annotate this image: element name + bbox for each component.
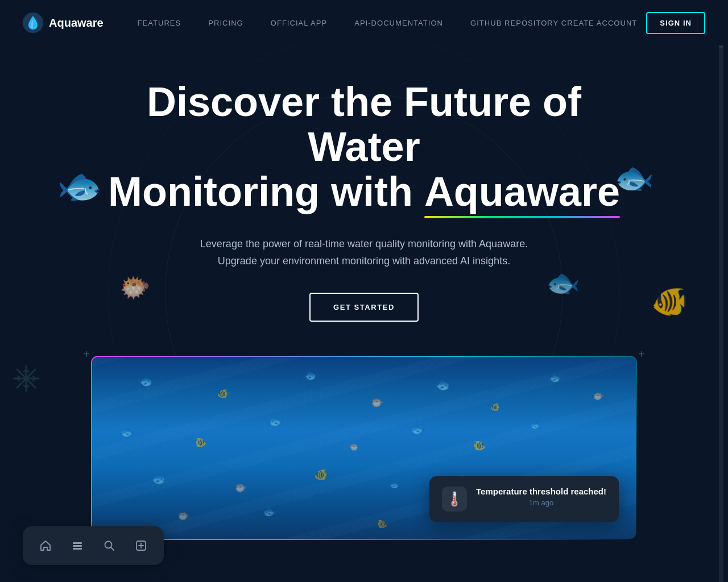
underwater-fish-13: 🐟: [411, 422, 425, 436]
hero-title: Discover the Future of WaterMonitoring w…: [108, 80, 620, 218]
hero-subtitle: Leverage the power of real-time water qu…: [165, 235, 563, 270]
home-icon: [39, 539, 52, 552]
add-icon: [135, 539, 147, 552]
underwater-fish-18: 🐠: [314, 468, 328, 481]
underwater-fish-23: 🐟: [263, 505, 277, 518]
navbar: Aquaware FEATURES PRICING OFFICIAL APP A…: [0, 0, 728, 45]
nav-link-api-docs[interactable]: API-DOCUMENTATION: [354, 19, 443, 27]
notification-icon: 🌡️: [442, 487, 467, 512]
bottom-toolbar: [23, 526, 164, 565]
fish-top-left-icon: 🐟: [57, 165, 102, 207]
underwater-fish-7: 🐟: [547, 371, 561, 384]
preview-card: 🐟 🐠 🐟 🐡 🐟 🐠 🐟 🐡 🐟 🐠 🐟 🐡 🐟 🐠 🐟 🐟 🐡 🐠 🐟: [91, 356, 637, 540]
toolbar-home-button[interactable]: [34, 534, 57, 557]
svg-rect-2: [73, 542, 82, 544]
fish-far-right-icon: 🐠: [651, 284, 688, 319]
nav-logo[interactable]: Aquaware: [23, 13, 104, 33]
fish-mid-left-icon: 🐡: [119, 273, 151, 302]
logo-icon: [23, 13, 43, 33]
svg-point-1: [24, 376, 28, 381]
thermometer-icon: 🌡️: [446, 491, 463, 507]
nav-actions: CREATE ACCOUNT SIGN IN: [561, 12, 705, 34]
brand-name: Aquaware: [49, 16, 104, 30]
nav-link-official-app[interactable]: OFFICIAL APP: [271, 19, 327, 27]
underwater-fish-22: 🐡: [177, 510, 189, 522]
fish-mid-right-icon: 🐟: [546, 267, 580, 299]
nav-link-pricing[interactable]: PRICING: [208, 19, 243, 27]
underwater-fish-15: 🐟: [530, 419, 541, 430]
toolbar-list-button[interactable]: [66, 534, 89, 557]
preview-image: 🐟 🐠 🐟 🐡 🐟 🐠 🐟 🐡 🐟 🐠 🐟 🐡 🐟 🐠 🐟 🐟 🐡 🐠 🐟: [92, 357, 636, 539]
hero-section: 🐟 🐟 🐡 🐟 🐠 Discover the Future of WaterMo…: [0, 45, 728, 540]
toolbar-add-button[interactable]: [130, 534, 152, 557]
snowflake-icon: [11, 364, 41, 400]
underwater-fish-12: 🐡: [348, 442, 359, 452]
underwater-fish-5: 🐟: [433, 377, 450, 393]
underwater-fish-19: 🐟: [388, 479, 399, 490]
underwater-fish-4: 🐡: [371, 397, 383, 409]
create-account-link[interactable]: CREATE ACCOUNT: [561, 19, 638, 27]
underwater-fish-16: 🐟: [149, 471, 166, 487]
underwater-fish-6: 🐠: [490, 402, 500, 411]
nav-links: FEATURES PRICING OFFICIAL APP API-DOCUME…: [138, 19, 561, 27]
underwater-fish-24: 🐠: [377, 519, 387, 529]
brand-underline: [424, 216, 620, 218]
notification-content: Temperature threshold reached! 1m ago: [476, 487, 606, 507]
search-icon: [103, 539, 115, 552]
underwater-fish-14: 🐠: [473, 439, 486, 452]
nav-link-github[interactable]: GITHUB REPOSITORY: [470, 19, 559, 27]
fish-top-right-icon: 🐟: [614, 159, 654, 197]
underwater-fish-9: 🐟: [121, 425, 135, 439]
notification-title: Temperature threshold reached!: [476, 487, 606, 496]
nav-link-features[interactable]: FEATURES: [138, 19, 181, 27]
underwater-fish-17: 🐡: [234, 482, 247, 494]
svg-rect-4: [73, 548, 82, 550]
corner-plus-right: +: [638, 348, 645, 361]
underwater-fish-10: 🐠: [195, 436, 206, 448]
corner-plus-left: +: [83, 348, 90, 361]
underwater-fish-1: 🐟: [138, 374, 153, 389]
preview-container: + + 🐟 🐠 🐟 🐡 🐟 🐠 🐟 🐡 🐟 🐠 🐟 🐡 🐟 🐠: [91, 356, 637, 540]
underwater-fish-11: 🐟: [268, 414, 284, 429]
hero-title-brand: Aquaware: [424, 169, 620, 218]
svg-rect-3: [73, 545, 82, 547]
toolbar-search-button[interactable]: [98, 534, 121, 557]
get-started-button[interactable]: GET STARTED: [309, 293, 419, 322]
underwater-fish-2: 🐠: [217, 388, 229, 399]
signin-button[interactable]: SIGN IN: [646, 12, 705, 34]
underwater-fish-8: 🐡: [593, 391, 604, 402]
underwater-fish-3: 🐟: [303, 368, 317, 382]
notification-card: 🌡️ Temperature threshold reached! 1m ago: [429, 476, 619, 522]
list-icon: [71, 539, 84, 552]
notification-time: 1m ago: [476, 498, 606, 507]
